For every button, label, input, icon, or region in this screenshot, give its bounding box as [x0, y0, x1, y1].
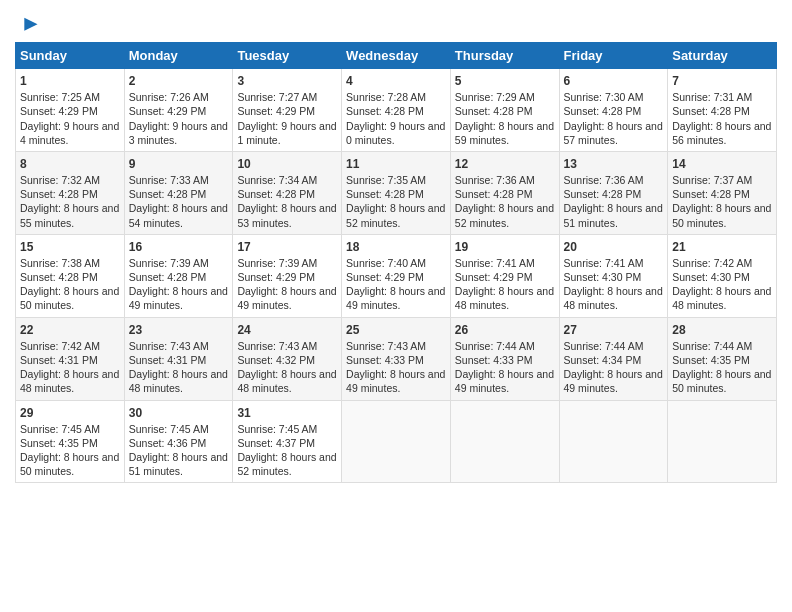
sunrise-label: Sunrise: 7:33 AM [129, 174, 209, 186]
sunset-label: Sunset: 4:28 PM [20, 271, 98, 283]
col-header-thursday: Thursday [450, 43, 559, 69]
daylight-label: Daylight: 9 hours and 4 minutes. [20, 120, 119, 146]
daylight-label: Daylight: 8 hours and 48 minutes. [672, 285, 771, 311]
daylight-label: Daylight: 8 hours and 49 minutes. [129, 285, 228, 311]
day-number: 4 [346, 73, 446, 89]
sunset-label: Sunset: 4:28 PM [455, 188, 533, 200]
sunrise-label: Sunrise: 7:42 AM [20, 340, 100, 352]
daylight-label: Daylight: 8 hours and 50 minutes. [20, 451, 119, 477]
day-number: 18 [346, 239, 446, 255]
day-number: 2 [129, 73, 229, 89]
sunset-label: Sunset: 4:29 PM [455, 271, 533, 283]
sunset-label: Sunset: 4:28 PM [455, 105, 533, 117]
calendar-cell: 29 Sunrise: 7:45 AM Sunset: 4:35 PM Dayl… [16, 400, 125, 483]
daylight-label: Daylight: 8 hours and 57 minutes. [564, 120, 663, 146]
sunset-label: Sunset: 4:33 PM [346, 354, 424, 366]
sunset-label: Sunset: 4:33 PM [455, 354, 533, 366]
page-container: SundayMondayTuesdayWednesdayThursdayFrid… [0, 0, 792, 612]
sunrise-label: Sunrise: 7:43 AM [237, 340, 317, 352]
sunrise-label: Sunrise: 7:40 AM [346, 257, 426, 269]
calendar-cell: 18 Sunrise: 7:40 AM Sunset: 4:29 PM Dayl… [342, 234, 451, 317]
calendar-cell: 13 Sunrise: 7:36 AM Sunset: 4:28 PM Dayl… [559, 151, 668, 234]
day-number: 19 [455, 239, 555, 255]
sunrise-label: Sunrise: 7:37 AM [672, 174, 752, 186]
day-number: 16 [129, 239, 229, 255]
calendar-week-5: 29 Sunrise: 7:45 AM Sunset: 4:35 PM Dayl… [16, 400, 777, 483]
calendar-week-2: 8 Sunrise: 7:32 AM Sunset: 4:28 PM Dayli… [16, 151, 777, 234]
calendar-cell: 31 Sunrise: 7:45 AM Sunset: 4:37 PM Dayl… [233, 400, 342, 483]
sunrise-label: Sunrise: 7:31 AM [672, 91, 752, 103]
sunrise-label: Sunrise: 7:43 AM [346, 340, 426, 352]
calendar-cell: 19 Sunrise: 7:41 AM Sunset: 4:29 PM Dayl… [450, 234, 559, 317]
calendar-cell: 4 Sunrise: 7:28 AM Sunset: 4:28 PM Dayli… [342, 69, 451, 152]
daylight-label: Daylight: 8 hours and 55 minutes. [20, 202, 119, 228]
day-number: 24 [237, 322, 337, 338]
day-number: 9 [129, 156, 229, 172]
day-number: 30 [129, 405, 229, 421]
daylight-label: Daylight: 8 hours and 53 minutes. [237, 202, 336, 228]
daylight-label: Daylight: 8 hours and 49 minutes. [564, 368, 663, 394]
daylight-label: Daylight: 8 hours and 51 minutes. [129, 451, 228, 477]
sunset-label: Sunset: 4:28 PM [564, 105, 642, 117]
calendar-cell: 21 Sunrise: 7:42 AM Sunset: 4:30 PM Dayl… [668, 234, 777, 317]
day-number: 31 [237, 405, 337, 421]
sunset-label: Sunset: 4:28 PM [346, 188, 424, 200]
daylight-label: Daylight: 9 hours and 3 minutes. [129, 120, 228, 146]
logo [15, 14, 39, 36]
sunrise-label: Sunrise: 7:44 AM [672, 340, 752, 352]
sunrise-label: Sunrise: 7:26 AM [129, 91, 209, 103]
day-number: 29 [20, 405, 120, 421]
sunset-label: Sunset: 4:28 PM [672, 105, 750, 117]
day-number: 11 [346, 156, 446, 172]
daylight-label: Daylight: 8 hours and 56 minutes. [672, 120, 771, 146]
sunset-label: Sunset: 4:28 PM [346, 105, 424, 117]
day-number: 12 [455, 156, 555, 172]
daylight-label: Daylight: 8 hours and 52 minutes. [346, 202, 445, 228]
sunrise-label: Sunrise: 7:42 AM [672, 257, 752, 269]
daylight-label: Daylight: 8 hours and 49 minutes. [346, 285, 445, 311]
daylight-label: Daylight: 8 hours and 49 minutes. [237, 285, 336, 311]
daylight-label: Daylight: 8 hours and 51 minutes. [564, 202, 663, 228]
calendar-cell: 1 Sunrise: 7:25 AM Sunset: 4:29 PM Dayli… [16, 69, 125, 152]
day-number: 22 [20, 322, 120, 338]
sunrise-label: Sunrise: 7:38 AM [20, 257, 100, 269]
sunrise-label: Sunrise: 7:36 AM [455, 174, 535, 186]
calendar-cell [450, 400, 559, 483]
calendar-cell: 5 Sunrise: 7:29 AM Sunset: 4:28 PM Dayli… [450, 69, 559, 152]
calendar-cell: 14 Sunrise: 7:37 AM Sunset: 4:28 PM Dayl… [668, 151, 777, 234]
day-number: 15 [20, 239, 120, 255]
day-number: 28 [672, 322, 772, 338]
sunset-label: Sunset: 4:32 PM [237, 354, 315, 366]
sunrise-label: Sunrise: 7:34 AM [237, 174, 317, 186]
day-number: 25 [346, 322, 446, 338]
calendar-cell: 27 Sunrise: 7:44 AM Sunset: 4:34 PM Dayl… [559, 317, 668, 400]
daylight-label: Daylight: 8 hours and 49 minutes. [455, 368, 554, 394]
sunrise-label: Sunrise: 7:43 AM [129, 340, 209, 352]
calendar-cell: 11 Sunrise: 7:35 AM Sunset: 4:28 PM Dayl… [342, 151, 451, 234]
col-header-sunday: Sunday [16, 43, 125, 69]
sunrise-label: Sunrise: 7:28 AM [346, 91, 426, 103]
day-number: 3 [237, 73, 337, 89]
col-header-saturday: Saturday [668, 43, 777, 69]
daylight-label: Daylight: 8 hours and 52 minutes. [455, 202, 554, 228]
daylight-label: Daylight: 9 hours and 1 minute. [237, 120, 336, 146]
day-number: 1 [20, 73, 120, 89]
calendar-cell [559, 400, 668, 483]
calendar-cell: 7 Sunrise: 7:31 AM Sunset: 4:28 PM Dayli… [668, 69, 777, 152]
sunset-label: Sunset: 4:36 PM [129, 437, 207, 449]
day-number: 21 [672, 239, 772, 255]
day-number: 10 [237, 156, 337, 172]
sunrise-label: Sunrise: 7:45 AM [20, 423, 100, 435]
calendar-cell: 30 Sunrise: 7:45 AM Sunset: 4:36 PM Dayl… [124, 400, 233, 483]
day-number: 13 [564, 156, 664, 172]
header-row: SundayMondayTuesdayWednesdayThursdayFrid… [16, 43, 777, 69]
daylight-label: Daylight: 8 hours and 48 minutes. [564, 285, 663, 311]
day-number: 26 [455, 322, 555, 338]
sunset-label: Sunset: 4:34 PM [564, 354, 642, 366]
day-number: 20 [564, 239, 664, 255]
sunrise-label: Sunrise: 7:27 AM [237, 91, 317, 103]
calendar-cell: 2 Sunrise: 7:26 AM Sunset: 4:29 PM Dayli… [124, 69, 233, 152]
sunrise-label: Sunrise: 7:32 AM [20, 174, 100, 186]
daylight-label: Daylight: 8 hours and 54 minutes. [129, 202, 228, 228]
daylight-label: Daylight: 8 hours and 49 minutes. [346, 368, 445, 394]
